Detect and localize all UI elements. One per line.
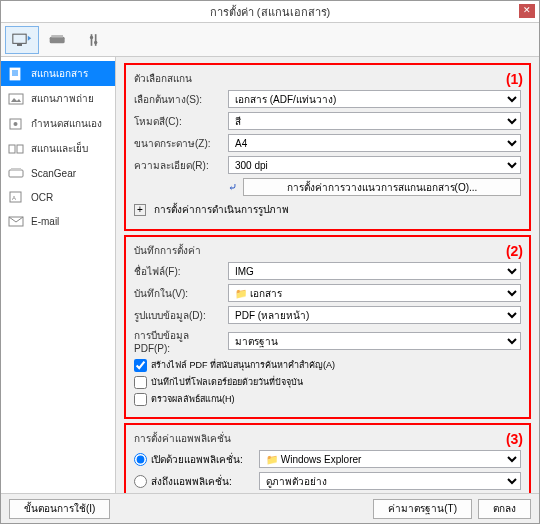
- image-processing-label: การตั้งค่าการดำเนินการรูปภาพ: [154, 202, 289, 217]
- filename-label: ชื่อไฟล์(F):: [134, 264, 224, 279]
- section-number-3: (3): [506, 431, 523, 447]
- scangear-icon: [7, 166, 25, 180]
- document-icon: [7, 67, 25, 81]
- sidebar-item-document-scan[interactable]: สแกนเอกสาร: [1, 61, 115, 86]
- open-with-radio[interactable]: [134, 453, 147, 466]
- monitor-icon: [12, 33, 32, 47]
- settings-dialog: การตั้งค่า (สแกนเอกสาร) ✕ สแกนเอกสาร สแก…: [0, 0, 540, 524]
- color-label: โหมดสี(C):: [134, 114, 224, 129]
- source-label: เลือกต้นทาง(S):: [134, 92, 224, 107]
- svg-marker-13: [11, 98, 21, 102]
- scan-options-title: ตัวเลือกสแกน: [134, 71, 521, 86]
- section-scan-options: (1) ตัวเลือกสแกน เลือกต้นทาง(S): เอกสาร …: [124, 63, 531, 231]
- sidebar-label: สแกนภาพถ่าย: [31, 91, 94, 106]
- svg-rect-8: [10, 68, 20, 80]
- format-label: รูปแบบข้อมูล(D):: [134, 308, 224, 323]
- svg-rect-2: [50, 36, 65, 43]
- email-icon: [7, 214, 25, 228]
- svg-rect-3: [51, 35, 63, 38]
- check-results-label: ตรวจผลลัพธ์สแกน(H): [151, 392, 235, 406]
- filename-combo[interactable]: IMG: [228, 262, 521, 280]
- svg-rect-19: [11, 168, 21, 171]
- instructions-button[interactable]: ขั้นตอนการใช้(I): [9, 499, 110, 519]
- save-settings-title: บันทึกการตั้งค่า: [134, 243, 521, 258]
- sidebar-label: OCR: [31, 192, 53, 203]
- window-title: การตั้งค่า (สแกนเอกสาร): [210, 3, 330, 21]
- svg-rect-18: [9, 170, 23, 177]
- sidebar-item-photo-scan[interactable]: สแกนภาพถ่าย: [1, 86, 115, 111]
- stitch-icon: [7, 142, 25, 156]
- resolution-label: ความละเอียด(R):: [134, 158, 224, 173]
- sidebar-item-scangear[interactable]: ScanGear: [1, 161, 115, 185]
- size-label: ขนาดกระดาษ(Z):: [134, 136, 224, 151]
- toolbar-tab-tools[interactable]: [77, 26, 111, 54]
- toolbar: [1, 23, 539, 57]
- section-number-1: (1): [506, 71, 523, 87]
- ocr-icon: A: [7, 190, 25, 204]
- scanner-icon: [48, 33, 68, 47]
- sidebar-label: ScanGear: [31, 168, 76, 179]
- photo-icon: [7, 92, 25, 106]
- svg-point-6: [90, 35, 93, 38]
- keyword-pdf-label: สร้างไฟล์ PDF ที่สนับสนุนการค้นหาคำสำคัญ…: [151, 358, 335, 372]
- sidebar-item-ocr[interactable]: A OCR: [1, 185, 115, 209]
- send-app-select[interactable]: ดูภาพตัวอย่าง: [259, 472, 521, 490]
- sidebar-item-scan-stitch[interactable]: สแกนและเย็บ: [1, 136, 115, 161]
- sidebar-label: กำหนดสแกนเอง: [31, 116, 102, 131]
- main-panel: (1) ตัวเลือกสแกน เลือกต้นทาง(S): เอกสาร …: [116, 57, 539, 493]
- format-select[interactable]: PDF (หลายหน้า): [228, 306, 521, 324]
- size-select[interactable]: A4: [228, 134, 521, 152]
- check-results-checkbox[interactable]: [134, 393, 147, 406]
- toolbar-tab-scan-from-panel[interactable]: [41, 26, 75, 54]
- source-select[interactable]: เอกสาร (ADF/แท่นวาง): [228, 90, 521, 108]
- svg-point-7: [94, 40, 97, 43]
- sidebar-label: สแกนและเย็บ: [31, 141, 88, 156]
- sidebar-label: E-mail: [31, 216, 59, 227]
- orient-icon: ⤶: [228, 181, 237, 194]
- section-app-settings: (3) การตั้งค่าแอพพลิเคชั่น เปิดด้วยแอพพล…: [124, 423, 531, 493]
- sidebar-label: สแกนเอกสาร: [31, 66, 88, 81]
- toolbar-tab-scan-from-computer[interactable]: [5, 26, 39, 54]
- sidebar-item-email[interactable]: E-mail: [1, 209, 115, 233]
- expand-toggle[interactable]: +: [134, 204, 146, 216]
- app-settings-title: การตั้งค่าแอพพลิเคชั่น: [134, 431, 521, 446]
- section-number-2: (2): [506, 243, 523, 259]
- svg-rect-1: [17, 44, 22, 46]
- compression-select[interactable]: มาตรฐาน: [228, 332, 521, 350]
- svg-rect-16: [9, 145, 15, 153]
- open-with-select[interactable]: 📁 Windows Explorer: [259, 450, 521, 468]
- subfolder-label: บันทึกไปที่โฟลเดอร์ย่อยด้วยวันที่ปัจจุบั…: [151, 375, 303, 389]
- open-with-label: เปิดด้วยแอพพลิเคชั่น:: [151, 452, 255, 467]
- defaults-button[interactable]: ค่ามาตรฐาน(T): [373, 499, 472, 519]
- svg-text:A: A: [12, 195, 16, 201]
- svg-rect-17: [17, 145, 23, 153]
- sidebar-item-custom-scan[interactable]: กำหนดสแกนเอง: [1, 111, 115, 136]
- resolution-select[interactable]: 300 dpi: [228, 156, 521, 174]
- custom-icon: [7, 117, 25, 131]
- send-app-radio[interactable]: [134, 475, 147, 488]
- close-button[interactable]: ✕: [519, 4, 535, 18]
- sidebar: สแกนเอกสาร สแกนภาพถ่าย กำหนดสแกนเอง สแกน…: [1, 57, 116, 493]
- titlebar: การตั้งค่า (สแกนเอกสาร) ✕: [1, 1, 539, 23]
- tools-icon: [84, 33, 104, 47]
- color-select[interactable]: สี: [228, 112, 521, 130]
- subfolder-checkbox[interactable]: [134, 376, 147, 389]
- compression-label: การบีบข้อมูล PDF(P):: [134, 328, 224, 354]
- ok-button[interactable]: ตกลง: [478, 499, 531, 519]
- orientation-settings-button[interactable]: การตั้งค่าการวางแนวการสแกนเอกสาร(O)...: [243, 178, 521, 196]
- section-save-settings: (2) บันทึกการตั้งค่า ชื่อไฟล์(F): IMG บั…: [124, 235, 531, 419]
- svg-point-15: [14, 122, 18, 126]
- send-app-label: ส่งถึงแอพพลิเคชั่น:: [151, 474, 255, 489]
- footer: ขั้นตอนการใช้(I) ค่ามาตรฐาน(T) ตกลง: [1, 493, 539, 523]
- keyword-pdf-checkbox[interactable]: [134, 359, 147, 372]
- svg-rect-12: [9, 94, 23, 104]
- savein-select[interactable]: 📁 เอกสาร: [228, 284, 521, 302]
- savein-label: บันทึกใน(V):: [134, 286, 224, 301]
- svg-rect-0: [13, 34, 26, 43]
